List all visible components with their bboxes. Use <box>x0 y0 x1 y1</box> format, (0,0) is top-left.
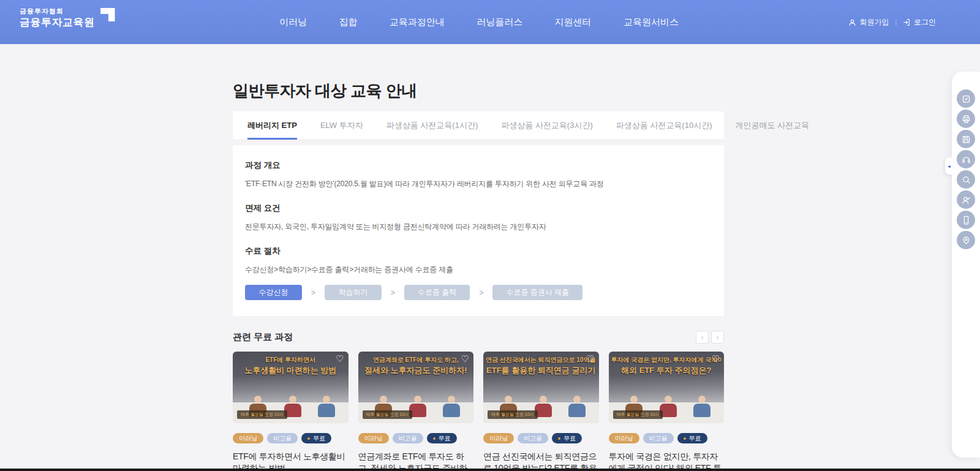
step-apply-button[interactable]: 수강신청 <box>245 285 302 300</box>
thumbnail-caption: ETF에 투자하면서 노후생활비 마련하는 방법 <box>233 356 349 376</box>
badge-free-dot <box>684 437 686 440</box>
tab-derivatives-10h[interactable]: 파생상품 사전교육(10시간) <box>616 111 712 140</box>
tab-leverage-etp[interactable]: 레버리지 ETP <box>247 111 297 140</box>
logo-institute-name: 금융투자교육원 <box>20 16 95 29</box>
course-thumbnail[interactable]: ETF에 투자하면서 노후생활비 마련하는 방법 매주 월요일 오전 10시 <box>233 352 349 423</box>
carousel-next-button[interactable] <box>711 331 724 344</box>
site-logo[interactable]: 금융투자협회 금융투자교육원 <box>20 7 115 29</box>
login-icon <box>903 18 911 26</box>
thumbnail-caption: 연금 선진국에서는 퇴직연금으로 10억을 받는다! ETF를 활용한 퇴직연금… <box>483 356 599 376</box>
step-learn-button[interactable]: 학습하기 <box>325 285 382 300</box>
nav-item-institute-services[interactable]: 교육원서비스 <box>624 17 679 28</box>
thumbnail-schedule-badge: 매주 월요일 오전 10시 <box>488 410 538 419</box>
thumbnail-person <box>317 396 336 417</box>
login-link[interactable]: 로그인 <box>903 17 936 28</box>
nav-item-course-guide[interactable]: 교육과정안내 <box>390 17 445 28</box>
badge-free-dot <box>307 437 310 440</box>
course-tabs: 레버리지 ETP ELW 투자자 파생상품 사전교육(1시간) 파생상품 사전교… <box>233 111 724 140</box>
auth-links: 회원가입 | 로그인 <box>848 17 936 28</box>
section-heading-overview: 과정 개요 <box>245 160 712 171</box>
carousel-prev-button[interactable] <box>696 331 709 344</box>
badge-non-employment: 비고용 <box>518 433 548 443</box>
badge-free-dot <box>433 437 435 440</box>
person-icon <box>848 18 856 26</box>
section-body-exemption: 전문투자자, 외국인, 투자일임계약 또는 비지정형 금전신탁계약에 따라 거래… <box>245 222 712 232</box>
search-icon[interactable] <box>957 170 975 189</box>
badge-elearning: 이러닝 <box>358 433 389 443</box>
tab-short-selling[interactable]: 개인공매도 사전교육 <box>735 111 809 140</box>
badge-free-dot <box>558 437 560 440</box>
thumbnail-person <box>568 396 586 417</box>
badge-elearning: 이러닝 <box>233 433 263 443</box>
main-header: 금융투자협회 금융투자교육원 이러닝 집합 교육과정안내 러닝플러스 지원센터 … <box>0 0 980 44</box>
footer-top-edge <box>0 469 980 471</box>
course-card[interactable]: 연금계좌로 ETF에 투자도 하고, 절세와 노후자금도 준비하자! 매주 월요… <box>358 352 474 471</box>
thumbnail-schedule-badge: 매주 월요일 오전 10시 <box>237 410 287 419</box>
thumbnail-caption: 투자에 국경은 없지만, 투자자에게 국적이 있나? 해외 ETF 투자 주의점… <box>609 356 725 376</box>
section-heading-completion: 수료 절차 <box>245 246 712 257</box>
tab-derivatives-1h[interactable]: 파생상품 사전교육(1시간) <box>386 111 478 140</box>
course-card[interactable]: 투자에 국경은 없지만, 투자자에게 국적이 있나? 해외 ETF 투자 주의점… <box>609 352 725 471</box>
logo-flag-icon <box>100 8 115 21</box>
section-heading-exemption: 면제 요건 <box>245 203 712 214</box>
logo-association-name: 금융투자협회 <box>20 7 95 16</box>
tab-elw-investor[interactable]: ELW 투자자 <box>320 111 363 140</box>
badge-non-employment: 비고용 <box>643 433 674 443</box>
logo-text: 금융투자협회 금융투자교육원 <box>20 7 95 29</box>
member-check-icon[interactable] <box>957 190 975 209</box>
badge-non-employment: 비고용 <box>393 433 423 443</box>
badge-free: 무료 <box>301 433 331 443</box>
course-card[interactable]: ETF에 투자하면서 노후생활비 마련하는 방법 매주 월요일 오전 10시 이… <box>233 352 349 471</box>
section-body-overview: 'ETF·ETN 시장 건전화 방안'(2020.5.월 발표)에 따라 개인투… <box>245 179 712 189</box>
thumbnail-person <box>442 396 461 417</box>
course-badges: 이러닝 비고용 무료 <box>233 433 349 443</box>
course-badges: 이러닝 비고용 무료 <box>609 433 725 443</box>
chevron-right-icon <box>311 288 315 297</box>
headset-icon[interactable] <box>957 150 975 168</box>
nav-item-elearning[interactable]: 이러닝 <box>279 17 307 28</box>
printer-icon[interactable] <box>957 110 975 128</box>
mobile-icon[interactable] <box>957 211 975 229</box>
main-nav: 이러닝 집합 교육과정안내 러닝플러스 지원센터 교육원서비스 <box>279 17 679 28</box>
badge-elearning: 이러닝 <box>483 433 514 443</box>
tab-derivatives-3h[interactable]: 파생상품 사전교육(3시간) <box>501 111 593 140</box>
course-card-list: ETF에 투자하면서 노후생활비 마련하는 방법 매주 월요일 오전 10시 이… <box>233 352 724 471</box>
page-container: 일반투자자 대상 교육 안내 레버리지 ETP ELW 투자자 파생상품 사전교… <box>233 0 724 471</box>
thumbnail-person <box>693 396 711 417</box>
save-icon[interactable] <box>957 130 975 148</box>
related-courses-title: 관련 무료 과정 <box>233 331 293 343</box>
quick-menu-sidebar <box>952 72 980 458</box>
course-thumbnail[interactable]: 투자에 국경은 없지만, 투자자에게 국적이 있나? 해외 ETF 투자 주의점… <box>609 352 725 423</box>
course-badges: 이러닝 비고용 무료 <box>483 433 599 443</box>
favorite-heart-icon[interactable] <box>712 354 720 363</box>
course-info-panel: 과정 개요 'ETF·ETN 시장 건전화 방안'(2020.5.월 발표)에 … <box>233 145 724 316</box>
thumbnail-caption: 연금계좌로 ETF에 투자도 하고, 절세와 노후자금도 준비하자! <box>358 356 474 376</box>
favorite-heart-icon[interactable] <box>461 354 469 363</box>
step-submit-certificate-button[interactable]: 수료증 증권사 제출 <box>492 285 582 300</box>
badge-non-employment: 비고용 <box>267 433 298 443</box>
step-print-certificate-button[interactable]: 수료증 출력 <box>404 285 470 300</box>
favorite-heart-icon[interactable] <box>336 354 344 363</box>
sidebar-collapse-handle[interactable] <box>945 157 953 175</box>
nav-item-group-training[interactable]: 집합 <box>339 17 357 28</box>
carousel-pager <box>696 331 724 344</box>
login-label: 로그인 <box>914 17 936 28</box>
related-courses-header: 관련 무료 과정 <box>233 331 724 344</box>
section-body-completion: 수강신청>학습하기>수료증 출력>거래하는 증권사에 수료증 제출 <box>245 265 712 275</box>
signup-link[interactable]: 회원가입 <box>848 17 889 28</box>
favorite-heart-icon[interactable] <box>586 354 594 363</box>
badge-free: 무료 <box>427 433 457 443</box>
chevron-right-icon <box>391 288 395 297</box>
completion-process: 수강신청 학습하기 수료증 출력 수료증 증권사 제출 <box>245 285 712 300</box>
nav-item-support-center[interactable]: 지원센터 <box>555 17 592 28</box>
nav-item-learning-plus[interactable]: 러닝플러스 <box>477 17 522 28</box>
badge-free: 무료 <box>677 433 707 443</box>
course-card[interactable]: 연금 선진국에서는 퇴직연금으로 10억을 받는다! ETF를 활용한 퇴직연금… <box>483 352 599 471</box>
course-thumbnail[interactable]: 연금계좌로 ETF에 투자도 하고, 절세와 노후자금도 준비하자! 매주 월요… <box>358 352 474 423</box>
chevron-right-icon <box>479 288 483 297</box>
checklist-icon[interactable] <box>957 89 975 108</box>
auth-divider: | <box>895 19 897 26</box>
thumbnail-schedule-badge: 매주 월요일 오전 10시 <box>613 410 663 419</box>
course-thumbnail[interactable]: 연금 선진국에서는 퇴직연금으로 10억을 받는다! ETF를 활용한 퇴직연금… <box>483 352 599 423</box>
location-icon[interactable] <box>957 231 975 249</box>
